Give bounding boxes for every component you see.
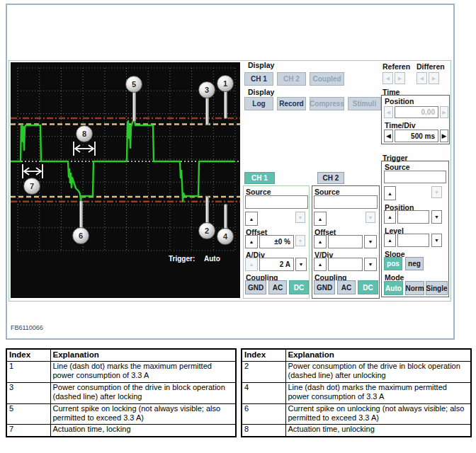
callout-2: 2 — [198, 222, 215, 239]
explanation-cell: Current spike on locking (not always vis… — [50, 403, 236, 425]
time-position-decrease-button[interactable]: ◀ — [384, 106, 393, 118]
table-row: 2 Power consumption of the drive in bloc… — [242, 362, 471, 383]
callout-3: 3 — [198, 81, 215, 98]
trigger-position-up-button[interactable]: ▲ — [384, 210, 396, 224]
table-row: 8 Actuation time, unlocking — [242, 425, 471, 437]
index-cell: 6 — [242, 403, 285, 425]
trigger-level-down-button[interactable]: ▼ — [431, 234, 442, 247]
trigger-position-down-button[interactable]: ▼ — [431, 210, 442, 224]
right-arrow-icon: ▶ — [442, 110, 446, 115]
difference-prev-button[interactable]: ◀ — [416, 72, 427, 84]
ch2-offset-up-button[interactable]: ▲ — [314, 235, 327, 248]
slope-pos-button[interactable]: pos — [384, 257, 402, 270]
trigger-position-field[interactable] — [397, 210, 429, 224]
trigger-level-up-button[interactable]: ▲ — [384, 234, 396, 247]
table-header-row: Index Explanation — [6, 349, 236, 362]
ch2-offset-field[interactable] — [328, 235, 363, 248]
explanation-cell: Actuation time, locking — [50, 425, 236, 437]
explanation-cell: Line (dash dot) marks the maximum permit… — [285, 382, 471, 403]
explanation-table-left: Index Explanation 1 Line (dash dot) mark… — [6, 348, 237, 437]
callout-2-number: 2 — [205, 226, 209, 235]
timediv-field[interactable]: 500 ms — [395, 130, 438, 142]
up-arrow-icon: ▲ — [318, 217, 323, 222]
ch1-tab[interactable]: CH 1 — [244, 172, 275, 184]
callout-4-number: 4 — [223, 232, 227, 241]
reference-label: Referen — [382, 62, 410, 71]
ch1-adiv-up-button[interactable]: ▲ — [245, 258, 258, 271]
time-position-field[interactable]: 0,00 — [395, 106, 438, 118]
up-arrow-icon: ▲ — [387, 191, 392, 196]
index-cell: 5 — [6, 403, 50, 425]
explanation-cell: Current spike on unlocking (not always v… — [285, 403, 471, 425]
down-arrow-icon: ▼ — [298, 215, 303, 220]
compress-button[interactable]: Compress — [310, 97, 344, 110]
callout-8: 8 — [76, 125, 93, 142]
table-row: 7 Actuation time, locking — [6, 425, 236, 437]
ch2-vdiv-up-button[interactable]: ▲ — [314, 258, 327, 271]
explanation-cell: Power consumption of the drive in block … — [285, 362, 471, 383]
ch1-source-down-button[interactable]: ▼ — [295, 212, 305, 223]
actuation-time-unlocking-marker — [74, 142, 95, 156]
explanation-cell: Power consumption of the drive in block … — [50, 382, 236, 403]
stimuli-button[interactable]: Stimuli — [348, 97, 381, 110]
ch2-tab[interactable]: CH 2 — [317, 172, 344, 184]
ch2-vdiv-field[interactable] — [328, 258, 363, 271]
time-position-label: Position — [385, 97, 414, 105]
reference-prev-button[interactable]: ◀ — [382, 72, 393, 84]
record-button[interactable]: Record — [277, 97, 306, 110]
ch2-offset-down-button[interactable]: ▼ — [364, 235, 377, 248]
down-arrow-icon: ▼ — [368, 239, 373, 244]
ch1-coupling-dc-button[interactable]: DC — [289, 280, 309, 294]
log-button[interactable]: Log — [244, 97, 273, 110]
timediv-decrease-button[interactable]: ◀ — [384, 130, 393, 142]
reference-next-button[interactable]: ▶ — [395, 72, 405, 84]
trigger-level-field[interactable] — [397, 234, 429, 247]
ch1-offset-down-button[interactable]: ▼ — [295, 235, 305, 246]
ch1-coupling-ac-button[interactable]: AC — [268, 280, 287, 294]
mode-norm-button[interactable]: Norm — [405, 281, 424, 295]
trigger-source-up-button[interactable]: ▲ — [384, 186, 396, 200]
page: Trigger: Auto 1 3 5 8 7 6 2 4 Display CH… — [0, 0, 476, 453]
index-cell: 4 — [242, 382, 285, 403]
callout-4: 4 — [217, 228, 234, 245]
timediv-increase-button[interactable]: ▶ — [440, 130, 448, 142]
callout-6-number: 6 — [79, 231, 83, 240]
down-arrow-icon: ▼ — [299, 262, 304, 267]
up-arrow-icon: ▲ — [249, 239, 254, 244]
index-header: Index — [242, 349, 285, 362]
trigger-status-value: Auto — [204, 255, 220, 263]
ch2-source-up-button[interactable]: ▲ — [314, 212, 327, 226]
ch1-adiv-field[interactable]: 2 A — [259, 258, 294, 271]
trigger-source-down-button[interactable]: ▼ — [431, 186, 442, 198]
difference-next-button[interactable]: ▶ — [429, 72, 439, 84]
coupled-button[interactable]: Coupled — [310, 72, 344, 86]
ch1-display-button[interactable]: CH 1 — [244, 72, 273, 86]
trigger-source-field[interactable] — [384, 171, 446, 183]
index-header: Index — [6, 349, 50, 362]
index-cell: 2 — [242, 362, 285, 383]
mode-single-button[interactable]: Single — [426, 281, 448, 295]
ch2-source-down-button[interactable]: ▼ — [366, 212, 375, 223]
ch1-source-up-button[interactable]: ▲ — [245, 212, 258, 226]
ch1-offset-up-button[interactable]: ▲ — [245, 235, 258, 248]
slope-neg-button[interactable]: neg — [405, 257, 424, 270]
ch2-coupling-gnd-button[interactable]: GND — [314, 280, 335, 294]
ch2-coupling-dc-button[interactable]: DC — [358, 280, 378, 294]
ch1-source-field[interactable] — [245, 195, 308, 209]
right-arrow-icon: ▶ — [398, 76, 402, 81]
time-position-increase-button[interactable]: ▶ — [440, 106, 448, 118]
ch1-offset-field[interactable]: ±0 % — [259, 235, 294, 248]
ch1-adiv-down-button[interactable]: ▼ — [295, 258, 307, 271]
down-arrow-icon: ▼ — [298, 239, 303, 243]
ch2-vdiv-down-button[interactable]: ▼ — [364, 258, 377, 271]
ch2-source-field[interactable] — [314, 195, 378, 209]
down-arrow-icon: ▼ — [434, 190, 439, 195]
up-arrow-icon: ▲ — [318, 239, 323, 244]
ch2-display-button[interactable]: CH 2 — [277, 72, 306, 86]
ch1-coupling-gnd-button[interactable]: GND — [245, 280, 266, 294]
mode-auto-button[interactable]: Auto — [384, 281, 403, 295]
callout-5: 5 — [125, 76, 142, 93]
left-arrow-icon: ◀ — [387, 110, 390, 115]
ch2-coupling-ac-button[interactable]: AC — [337, 280, 356, 294]
display-channels-label: Display — [248, 61, 274, 69]
